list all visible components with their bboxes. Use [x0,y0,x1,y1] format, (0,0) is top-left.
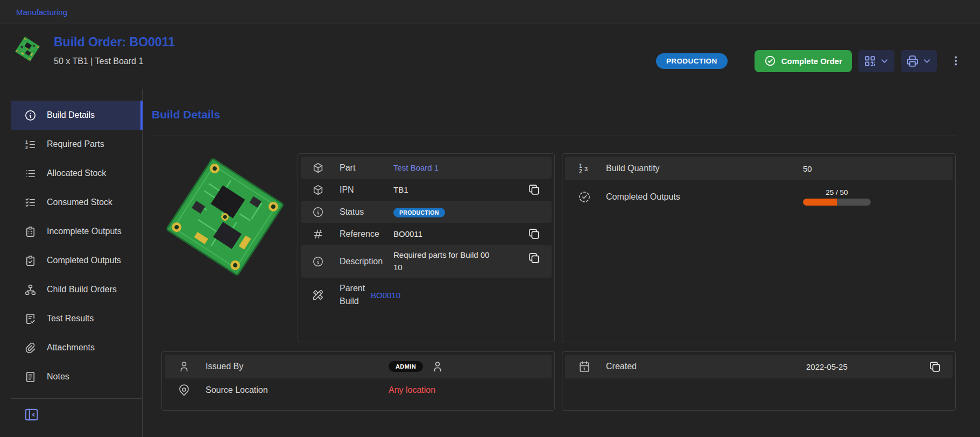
detail-row-status: Status PRODUCTION [301,201,552,223]
page-title: Build Order: BO0011 [54,35,175,50]
copy-icon[interactable] [928,360,942,373]
field-label: Created [606,362,637,371]
field-label: Status [340,206,393,219]
sidebar-item-label: Attachments [47,343,95,353]
progress-block: 25 / 50 [803,188,871,206]
page-subtitle: 50 x TB1 | Test Board 1 [54,57,175,66]
source-location-value: Any location [389,385,435,395]
complete-order-label: Complete Order [781,57,842,66]
info-circle-icon [312,206,324,218]
complete-order-button[interactable]: Complete Order [755,50,852,72]
sidebar-item-allocated-stock[interactable]: Allocated Stock [11,159,143,188]
field-label: Reference [340,228,393,241]
circle-dashed-check-icon [578,191,591,203]
sidebar-item-incomplete-outputs[interactable]: Incomplete Outputs [11,217,143,246]
pcb-image [161,153,288,280]
sidebar-item-required-parts[interactable]: Required Parts [11,130,143,159]
sitemap-icon [24,284,37,296]
field-label: Description [340,255,393,268]
sidebar-item-label: Notes [47,372,69,382]
build-quantity-value: 50 [803,164,812,173]
user-icon [178,360,191,373]
heading-divider [152,136,956,136]
clipboard-check-icon [24,255,37,267]
paperclip-icon [24,342,37,354]
field-label: Issued By [206,362,243,371]
part-thumbnail[interactable] [14,32,41,82]
dots-vertical-icon [950,55,962,67]
map-pin-icon [178,384,191,397]
sidebar-item-label: Build Details [47,110,95,120]
sidebar-item-attachments[interactable]: Attachments [11,333,143,362]
sidebar-item-label: Test Results [47,314,94,323]
sidebar-item-label: Required Parts [47,139,104,149]
field-label: Build Quantity [606,164,660,173]
sidebar-item-label: Allocated Stock [47,168,106,178]
sidebar-item-label: Child Build Orders [47,285,117,294]
sidebar-item-label: Incomplete Outputs [47,227,122,236]
completed-outputs-row: Completed Outputs 25 / 50 [565,180,953,214]
sidebar-item-label: Completed Outputs [47,256,121,265]
field-label: Source Location [206,385,268,395]
package-icon [312,162,324,174]
status-badge: PRODUCTION [656,53,728,69]
detail-row-description: Description Required parts for Build 001… [301,245,552,278]
status-badge-small: PRODUCTION [393,208,445,217]
more-actions-button[interactable] [947,50,965,72]
description-value: Required parts for Build 0010 [393,249,491,273]
sidebar-item-build-details[interactable]: Build Details [11,101,143,130]
quantities-card: Build Quantity 50 Completed Outputs 25 /… [562,153,956,342]
copy-icon[interactable] [527,227,541,241]
part-image[interactable] [161,153,288,342]
print-actions-button[interactable] [901,50,937,72]
detail-row-parent-build: Parent Build BO0010 [301,278,552,312]
field-label: IPN [340,184,393,196]
info-circle-icon [312,256,324,267]
sidebar-item-label: Consumed Stock [47,198,112,207]
breadcrumb-link-manufacturing[interactable]: Manufacturing [16,8,67,17]
printer-icon [906,54,919,68]
sidebar-item-notes[interactable]: Notes [11,362,143,391]
sidebar-item-consumed-stock[interactable]: Consumed Stock [11,188,143,217]
user-icon [431,360,444,373]
parent-build-link[interactable]: BO0010 [371,291,400,300]
sidebar-divider [11,398,142,399]
qrcode-icon [863,54,877,68]
copy-icon[interactable] [527,251,541,265]
progress-label: 25 / 50 [803,188,871,196]
source-location-row: Source Location Any location [165,378,552,402]
sidebar-item-child-build-orders[interactable]: Child Build Orders [11,275,143,304]
panel-heading: Build Details [152,108,956,121]
part-link[interactable]: Test Board 1 [393,163,439,172]
build-quantity-row: Build Quantity 50 [565,157,953,180]
copy-icon[interactable] [527,183,541,196]
detail-row-ipn: IPN TB1 [301,179,552,201]
chevron-down-icon [922,56,932,66]
page-header: Build Order: BO0011 50 x TB1 | Test Boar… [0,24,980,89]
notes-icon [24,371,37,383]
numbered-list-icon [24,138,37,151]
sidebar-item-completed-outputs[interactable]: Completed Outputs [11,246,143,275]
progress-bar [803,199,871,206]
field-label: Part [340,161,393,174]
breadcrumb: Manufacturing [0,0,980,24]
build-details-section: Part Test Board 1 IPN TB1 Status PRODUCT… [161,153,555,342]
clipboard-icon [24,225,37,238]
reference-value: BO0011 [393,229,527,238]
barcode-actions-button[interactable] [858,50,894,72]
created-card: Created 2022-05-25 [562,351,956,411]
sidebar-item-test-results[interactable]: Test Results [11,304,143,333]
issue-card: Issued By ADMIN Source Location Any loca… [161,351,555,411]
issued-by-badge: ADMIN [389,361,423,372]
progress-fill [803,199,837,206]
tools-icon [312,289,324,301]
created-row: Created 2022-05-25 [565,355,953,378]
info-circle-icon [24,109,37,122]
panel-collapse-icon [24,407,39,422]
details-card: Part Test Board 1 IPN TB1 Status PRODUCT… [298,153,555,342]
issued-by-row: Issued By ADMIN [165,355,552,378]
calendar-icon [578,360,591,373]
sidebar-collapse-button[interactable] [23,407,39,424]
detail-row-reference: Reference BO0011 [301,223,552,245]
field-label: Parent Build [340,282,371,308]
